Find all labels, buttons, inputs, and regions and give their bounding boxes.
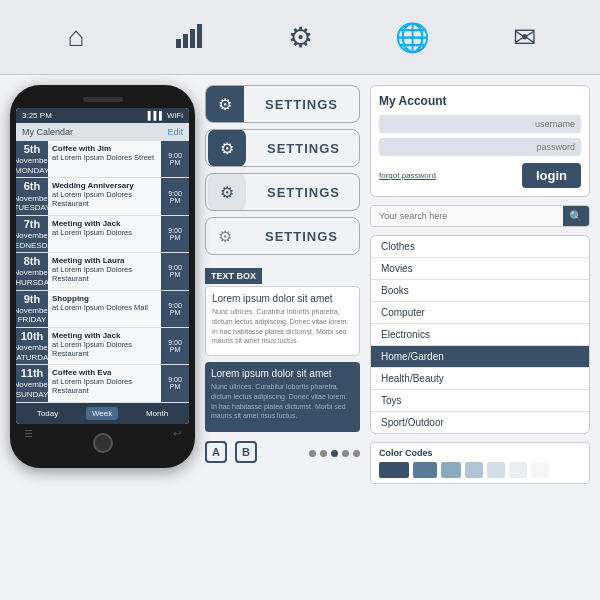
text-box-secondary-body: Nunc ultrices. Curabitur lobortis pharet… — [211, 382, 354, 421]
calendar-footer: Today Week Month — [16, 403, 189, 424]
dot-1[interactable] — [309, 450, 316, 457]
settings-button-4[interactable]: ⚙ SETTINGS — [205, 217, 360, 255]
search-bar: 🔍 — [370, 205, 590, 227]
today-tab[interactable]: Today — [31, 407, 64, 420]
category-item[interactable]: Movies — [371, 258, 589, 280]
text-box-main-title: Lorem ipsum dolor sit amet — [212, 293, 353, 304]
cal-time: 9:00 PM — [161, 253, 189, 289]
phone-bottom-icons: ☰ ↩ — [16, 424, 189, 460]
category-item[interactable]: Sport/Outdoor — [371, 412, 589, 433]
dot-2[interactable] — [320, 450, 327, 457]
calendar-event-item[interactable]: 9th November FRIDAY Shopping at Lorem Ip… — [16, 291, 189, 328]
middle-section: ⚙ SETTINGS ⚙ SETTINGS ⚙ SETTINGS ⚙ SETTI… — [205, 85, 360, 484]
dot-4[interactable] — [342, 450, 349, 457]
pagination-dots — [309, 450, 360, 457]
text-box-section: TEXT BOX Lorem ipsum dolor sit amet Nunc… — [205, 265, 360, 463]
text-box-main: Lorem ipsum dolor sit amet Nunc ultrices… — [205, 286, 360, 356]
category-list: ClothesMoviesBooksComputerElectronicsHom… — [370, 235, 590, 434]
ab-labels: A B — [205, 441, 257, 463]
calendar-event-item[interactable]: 5th November MONDAY Coffee with Jim at L… — [16, 141, 189, 178]
my-account-panel: My Account forgot password login — [370, 85, 590, 197]
home-icon[interactable]: ⌂ — [51, 12, 101, 62]
color-swatch — [509, 462, 527, 478]
text-box-main-body: Nunc ultrices. Curabitur lobortis pharet… — [212, 307, 353, 346]
main-content: 3:25 PM ▌▌▌ WiFi My Calendar Edit 5th No… — [0, 75, 600, 494]
svg-rect-3 — [197, 24, 202, 48]
cal-event-details: Meeting with Jack at Lorem Ipsum Dolores… — [48, 328, 161, 364]
calendar-event-item[interactable]: 10th November SATURDAY Meeting with Jack… — [16, 328, 189, 365]
category-item[interactable]: Clothes — [371, 236, 589, 258]
right-section: My Account forgot password login 🔍 Cloth… — [370, 85, 590, 484]
color-codes-title: Color Codes — [379, 448, 581, 458]
cal-date: 7th November WEDNESDAY — [16, 216, 48, 252]
phone-menu-icon[interactable]: ☰ — [24, 428, 33, 458]
username-input[interactable] — [379, 115, 581, 133]
cal-time: 9:00 PM — [161, 328, 189, 364]
cal-date: 8th November THURSDAY — [16, 253, 48, 289]
phone-signal: ▌▌▌ WiFi — [148, 111, 183, 120]
phone-back-icon[interactable]: ↩ — [173, 428, 181, 458]
color-swatches — [379, 462, 581, 478]
dot-5[interactable] — [353, 450, 360, 457]
svg-rect-0 — [176, 39, 181, 48]
calendar-event-item[interactable]: 8th November THURSDAY Meeting with Laura… — [16, 253, 189, 290]
cal-event-details: Shopping at Lorem Ipsum Dolores Mall — [48, 291, 161, 327]
settings-label-4: SETTINGS — [244, 229, 359, 244]
category-item[interactable]: Computer — [371, 302, 589, 324]
cal-date: 5th November MONDAY — [16, 141, 48, 177]
forgot-password-link[interactable]: forgot password — [379, 171, 436, 180]
calendar-header: My Calendar Edit — [16, 123, 189, 141]
cal-date: 10th November SATURDAY — [16, 328, 48, 364]
month-tab[interactable]: Month — [140, 407, 174, 420]
cal-event-details: Meeting with Laura at Lorem Ipsum Dolore… — [48, 253, 161, 289]
phone-home-button[interactable] — [93, 433, 113, 453]
mail-icon[interactable]: ✉ — [499, 12, 549, 62]
cal-time: 9:00 PM — [161, 178, 189, 214]
phone-screen: 3:25 PM ▌▌▌ WiFi My Calendar Edit 5th No… — [16, 108, 189, 424]
svg-rect-2 — [190, 29, 195, 48]
calendar-events-list: 5th November MONDAY Coffee with Jim at L… — [16, 141, 189, 403]
cal-event-details: Wedding Anniversary at Lorem Ipsum Dolor… — [48, 178, 161, 214]
phone-mockup: 3:25 PM ▌▌▌ WiFi My Calendar Edit 5th No… — [10, 85, 195, 484]
color-swatch — [413, 462, 437, 478]
phone-speaker — [83, 97, 123, 102]
settings-gear-icon[interactable]: ⚙ — [275, 12, 325, 62]
settings-label-1: SETTINGS — [244, 97, 359, 112]
calendar-event-item[interactable]: 11th November SUNDAY Coffee with Eva at … — [16, 365, 189, 402]
week-tab[interactable]: Week — [86, 407, 118, 420]
login-button[interactable]: login — [522, 163, 581, 188]
calendar-edit[interactable]: Edit — [167, 127, 183, 137]
color-swatch — [379, 462, 409, 478]
search-input[interactable] — [371, 206, 563, 226]
cal-date: 11th November SUNDAY — [16, 365, 48, 401]
category-item[interactable]: Home/Garden — [371, 346, 589, 368]
password-input[interactable] — [379, 138, 581, 156]
calendar-event-item[interactable]: 7th November WEDNESDAY Meeting with Jack… — [16, 216, 189, 253]
category-item[interactable]: Books — [371, 280, 589, 302]
phone-body: 3:25 PM ▌▌▌ WiFi My Calendar Edit 5th No… — [10, 85, 195, 468]
category-item[interactable]: Toys — [371, 390, 589, 412]
cal-time: 9:00 PM — [161, 291, 189, 327]
dot-3[interactable] — [331, 450, 338, 457]
cal-time: 9:00 PM — [161, 365, 189, 401]
settings-label-3: SETTINGS — [248, 185, 359, 200]
color-swatch — [465, 462, 483, 478]
calendar-title: My Calendar — [22, 127, 73, 137]
calendar-event-item[interactable]: 6th November TUESDAY Wedding Anniversary… — [16, 178, 189, 215]
text-box-label: TEXT BOX — [205, 268, 262, 284]
signal-icon[interactable] — [163, 12, 213, 62]
cal-time: 9:00 PM — [161, 216, 189, 252]
phone-status-bar: 3:25 PM ▌▌▌ WiFi — [16, 108, 189, 123]
category-item[interactable]: Electronics — [371, 324, 589, 346]
phone-time: 3:25 PM — [22, 111, 52, 120]
label-a[interactable]: A — [205, 441, 227, 463]
label-b[interactable]: B — [235, 441, 257, 463]
search-button[interactable]: 🔍 — [563, 206, 589, 226]
settings-button-1[interactable]: ⚙ SETTINGS — [205, 85, 360, 123]
settings-button-2[interactable]: ⚙ SETTINGS — [205, 129, 360, 167]
settings-button-3[interactable]: ⚙ SETTINGS — [205, 173, 360, 211]
globe-icon[interactable]: 🌐 — [387, 12, 437, 62]
text-box-secondary: Lorem ipsum dolor sit amet Nunc ultrices… — [205, 362, 360, 432]
category-item[interactable]: Health/Beauty — [371, 368, 589, 390]
settings-icon-2: ⚙ — [208, 129, 246, 167]
